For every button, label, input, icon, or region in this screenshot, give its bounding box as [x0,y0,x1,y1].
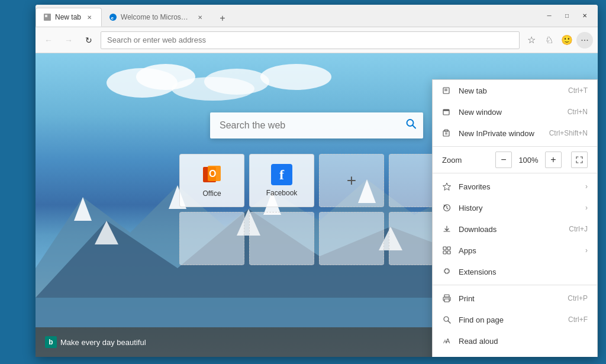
svg-rect-35 [447,247,450,250]
history-menu-icon [442,203,452,212]
close-button[interactable]: ✕ [576,8,593,24]
tile-empty-3[interactable] [249,212,314,265]
svg-rect-37 [447,251,450,254]
zoom-value: 100% [517,156,540,165]
office-tile-label: Office [202,189,221,198]
tabs-area: New tab ✕ e Welcome to Microsoft Edge Ca… [36,5,541,27]
newtab-close-btn[interactable]: ✕ [85,12,94,22]
new-window-label: New window [459,108,560,117]
svg-rect-36 [443,251,446,254]
bing-icon: b [45,336,57,348]
print-menu-icon [442,294,452,303]
search-area [210,112,423,138]
tab-newtab[interactable]: New tab ✕ [36,8,102,27]
search-input[interactable] [210,112,423,138]
edge-tab-label: Welcome to Microsoft Edge Ca... [121,13,192,21]
newtab-favicon [43,13,51,21]
find-label: Find on page [459,315,561,324]
tile-empty-2[interactable] [179,212,244,265]
divider-3 [433,285,597,285]
search-submit-icon[interactable] [405,118,417,133]
history-label: History [459,204,578,212]
favorites-arrow: › [585,182,588,191]
svg-rect-26 [444,91,447,91]
refresh-button[interactable]: ↻ [80,32,97,49]
newtab-label: New tab [55,13,81,21]
divider-1 [433,146,597,147]
apps-label: Apps [459,246,578,255]
back-button[interactable]: ← [40,32,57,49]
menu-downloads[interactable]: Downloads Ctrl+J [433,218,597,240]
svg-line-43 [448,321,450,323]
menu-new-tab[interactable]: New tab Ctrl+T [433,80,597,101]
find-menu-icon [442,315,452,324]
bing-logo: b Make every day beautiful [45,336,146,348]
menu-print[interactable]: Print Ctrl+P [433,288,597,309]
svg-text:O: O [209,169,216,179]
downloads-label: Downloads [459,225,562,234]
address-bar: ← → ↻ ☆ ♘ 🙂 ··· [36,27,598,53]
print-shortcut: Ctrl+P [568,294,588,302]
zoom-plus-button[interactable]: + [545,152,562,168]
new-tab-shortcut: Ctrl+T [568,86,588,95]
facebook-tile-label: Facebook [266,189,298,197]
address-input[interactable] [101,31,520,49]
account-icon[interactable]: ♘ [541,32,557,49]
tab-edge[interactable]: e Welcome to Microsoft Edge Ca... ✕ [102,8,212,27]
menu-read-aloud[interactable]: AA Read aloud [433,330,597,352]
find-shortcut: Ctrl+F [568,315,588,324]
svg-rect-28 [443,109,449,111]
tile-facebook[interactable]: f Facebook [249,154,314,207]
edge-tab-close-btn[interactable]: ✕ [195,12,205,22]
svg-text:A: A [446,337,450,344]
favorites-label: Favorites [459,182,578,191]
zoom-minus-button[interactable]: − [495,152,512,168]
svg-rect-40 [444,299,449,302]
tile-empty-4[interactable] [319,212,384,265]
minimize-button[interactable]: ─ [541,8,557,24]
menu-find[interactable]: Find on page Ctrl+F [433,309,597,330]
favorites-icon[interactable]: ☆ [523,32,540,49]
menu-history[interactable]: History › [433,197,597,218]
menu-favorites[interactable]: Favorites › [433,176,597,197]
bing-tagline: Make every day beautiful [60,338,146,347]
settings-more-icon[interactable]: ··· [576,32,593,49]
forward-button[interactable]: → [60,32,77,49]
emoji-icon[interactable]: 🙂 [559,32,575,49]
zoom-label: Zoom [442,156,491,165]
window-controls: ─ □ ✕ [541,8,598,24]
browser-window: New tab ✕ e Welcome to Microsoft Edge Ca… [36,5,598,357]
toolbar-icons: ☆ ♘ 🙂 ··· [523,32,593,49]
read-aloud-label: Read aloud [459,337,588,346]
print-label: Print [459,294,560,303]
menu-new-window[interactable]: New window Ctrl+N [433,101,597,123]
divider-2 [433,173,597,173]
dropdown-menu: New tab Ctrl+T New window Ctrl+N New InP… [432,79,598,357]
edge-favicon: e [109,13,117,21]
new-tab-icon [442,86,452,95]
favorites-menu-icon [442,182,452,191]
tile-office[interactable]: O Office [179,154,244,207]
svg-rect-31 [445,133,447,135]
menu-more-tools[interactable]: More tools › [433,352,597,357]
zoom-control: Zoom − 100% + [433,149,597,170]
new-window-icon [442,107,452,117]
svg-rect-1 [45,15,47,17]
tile-add[interactable]: + [319,154,384,207]
svg-rect-38 [444,295,449,297]
page-content: O Office f Facebook + [36,53,598,357]
read-aloud-icon: AA [442,336,452,346]
speed-dial: O Office f Facebook + [179,154,454,265]
inprivate-shortcut: Ctrl+Shift+N [549,129,588,137]
downloads-menu-icon [442,224,452,234]
menu-apps[interactable]: Apps › [433,240,597,261]
menu-extensions[interactable]: Extensions [433,261,597,282]
new-tab-button[interactable]: + [214,10,231,27]
menu-inprivate[interactable]: New InPrivate window Ctrl+Shift+N [433,123,597,144]
svg-marker-32 [443,183,451,190]
maximize-button[interactable]: □ [559,8,575,24]
svg-rect-25 [444,89,447,89]
inprivate-icon [442,128,452,138]
svg-point-41 [449,298,449,299]
zoom-fullscreen-button[interactable] [571,152,588,168]
